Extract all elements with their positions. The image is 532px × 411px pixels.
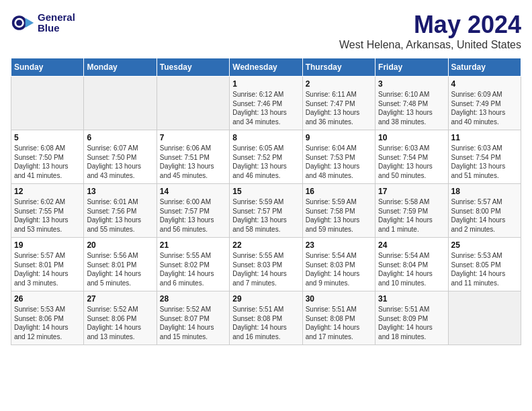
header-cell-wednesday: Wednesday [230,58,302,77]
day-number: 21 [160,240,226,250]
day-info: Sunrise: 6:00 AM Sunset: 7:57 PM Dayligh… [160,197,226,234]
day-number: 14 [160,187,226,196]
week-row-2: 5Sunrise: 6:08 AM Sunset: 7:50 PM Daylig… [11,130,521,184]
header-cell-monday: Monday [84,58,157,77]
day-info: Sunrise: 5:55 AM Sunset: 8:03 PM Dayligh… [232,251,299,287]
day-number: 1 [232,79,299,89]
title-block: May 2024 West Helena, Arkansas, United S… [339,11,521,51]
day-info: Sunrise: 5:54 AM Sunset: 8:04 PM Dayligh… [378,251,445,287]
day-info: Sunrise: 6:08 AM Sunset: 7:50 PM Dayligh… [14,144,81,180]
day-cell: 29Sunrise: 5:51 AM Sunset: 8:08 PM Dayli… [230,291,302,345]
svg-marker-3 [26,18,34,28]
day-cell: 16Sunrise: 5:59 AM Sunset: 7:58 PM Dayli… [302,184,375,238]
day-info: Sunrise: 5:52 AM Sunset: 8:06 PM Dayligh… [87,305,153,341]
day-cell: 21Sunrise: 5:55 AM Sunset: 8:02 PM Dayli… [157,238,229,291]
day-number: 7 [160,133,226,142]
day-cell [84,77,157,130]
day-info: Sunrise: 6:05 AM Sunset: 7:52 PM Dayligh… [232,144,299,180]
day-cell: 8Sunrise: 6:05 AM Sunset: 7:52 PM Daylig… [230,130,302,184]
day-cell: 26Sunrise: 5:53 AM Sunset: 8:06 PM Dayli… [11,291,84,345]
day-number: 5 [14,133,81,142]
day-number: 27 [87,294,153,304]
day-number: 31 [378,294,445,304]
day-info: Sunrise: 5:52 AM Sunset: 8:07 PM Dayligh… [160,305,226,341]
day-info: Sunrise: 6:10 AM Sunset: 7:48 PM Dayligh… [378,90,445,126]
logo-line1: General [38,12,75,24]
day-cell: 23Sunrise: 5:54 AM Sunset: 8:03 PM Dayli… [302,238,375,291]
day-info: Sunrise: 5:57 AM Sunset: 8:01 PM Dayligh… [14,251,81,287]
day-cell: 30Sunrise: 5:51 AM Sunset: 8:08 PM Dayli… [302,291,375,345]
day-cell: 24Sunrise: 5:54 AM Sunset: 8:04 PM Dayli… [375,238,448,291]
day-cell: 9Sunrise: 6:04 AM Sunset: 7:53 PM Daylig… [302,130,375,184]
day-number: 16 [306,187,372,196]
day-cell: 27Sunrise: 5:52 AM Sunset: 8:06 PM Dayli… [84,291,157,345]
day-cell: 3Sunrise: 6:10 AM Sunset: 7:48 PM Daylig… [375,77,448,130]
day-info: Sunrise: 6:09 AM Sunset: 7:49 PM Dayligh… [451,90,518,126]
logo: General Blue [11,11,75,35]
day-number: 13 [87,187,153,196]
day-number: 4 [451,79,518,89]
svg-point-2 [16,20,22,26]
week-row-4: 19Sunrise: 5:57 AM Sunset: 8:01 PM Dayli… [11,238,521,291]
day-cell: 13Sunrise: 6:01 AM Sunset: 7:56 PM Dayli… [84,184,157,238]
day-number: 22 [232,240,299,250]
header-row: SundayMondayTuesdayWednesdayThursdayFrid… [11,58,521,77]
day-number: 8 [232,133,299,142]
day-number: 24 [378,240,445,250]
day-info: Sunrise: 5:57 AM Sunset: 8:00 PM Dayligh… [451,197,518,234]
calendar-table: SundayMondayTuesdayWednesdayThursdayFrid… [11,58,521,345]
day-cell: 19Sunrise: 5:57 AM Sunset: 8:01 PM Dayli… [11,238,84,291]
week-row-1: 1Sunrise: 6:12 AM Sunset: 7:46 PM Daylig… [11,77,521,130]
day-number: 11 [451,133,518,142]
day-cell [157,77,229,130]
day-cell [448,291,521,345]
day-number: 3 [378,79,445,89]
day-number: 2 [306,79,372,89]
week-row-3: 12Sunrise: 6:02 AM Sunset: 7:55 PM Dayli… [11,184,521,238]
logo-line2: Blue [38,23,75,34]
day-info: Sunrise: 6:11 AM Sunset: 7:47 PM Dayligh… [306,90,372,126]
day-cell: 2Sunrise: 6:11 AM Sunset: 7:47 PM Daylig… [302,77,375,130]
day-cell: 10Sunrise: 6:03 AM Sunset: 7:54 PM Dayli… [375,130,448,184]
day-number: 23 [306,240,372,250]
day-number: 9 [306,133,372,142]
day-cell: 15Sunrise: 5:59 AM Sunset: 7:57 PM Dayli… [230,184,302,238]
day-info: Sunrise: 5:53 AM Sunset: 8:06 PM Dayligh… [14,305,81,341]
day-info: Sunrise: 5:59 AM Sunset: 7:58 PM Dayligh… [306,197,372,234]
page-header: General Blue May 2024 West Helena, Arkan… [11,11,521,51]
day-number: 25 [451,240,518,250]
day-cell: 6Sunrise: 6:07 AM Sunset: 7:50 PM Daylig… [84,130,157,184]
day-number: 30 [306,294,372,304]
day-cell: 1Sunrise: 6:12 AM Sunset: 7:46 PM Daylig… [230,77,302,130]
day-info: Sunrise: 5:51 AM Sunset: 8:08 PM Dayligh… [306,305,372,341]
header-cell-sunday: Sunday [11,58,84,77]
day-cell: 28Sunrise: 5:52 AM Sunset: 8:07 PM Dayli… [157,291,229,345]
day-cell: 7Sunrise: 6:06 AM Sunset: 7:51 PM Daylig… [157,130,229,184]
day-info: Sunrise: 6:06 AM Sunset: 7:51 PM Dayligh… [160,144,226,180]
logo-icon [11,11,35,35]
day-info: Sunrise: 5:53 AM Sunset: 8:05 PM Dayligh… [451,251,518,287]
day-number: 29 [232,294,299,304]
day-cell: 4Sunrise: 6:09 AM Sunset: 7:49 PM Daylig… [448,77,521,130]
day-info: Sunrise: 5:58 AM Sunset: 7:59 PM Dayligh… [378,197,445,234]
day-number: 12 [14,187,81,196]
header-cell-thursday: Thursday [302,58,375,77]
day-info: Sunrise: 6:03 AM Sunset: 7:54 PM Dayligh… [378,144,445,180]
logo-text: General Blue [38,12,75,34]
day-info: Sunrise: 6:07 AM Sunset: 7:50 PM Dayligh… [87,144,153,180]
header-cell-saturday: Saturday [448,58,521,77]
day-info: Sunrise: 6:12 AM Sunset: 7:46 PM Dayligh… [232,90,299,126]
day-cell: 18Sunrise: 5:57 AM Sunset: 8:00 PM Dayli… [448,184,521,238]
calendar-subtitle: West Helena, Arkansas, United States [339,39,521,51]
day-info: Sunrise: 6:04 AM Sunset: 7:53 PM Dayligh… [306,144,372,180]
day-cell: 12Sunrise: 6:02 AM Sunset: 7:55 PM Dayli… [11,184,84,238]
day-cell: 31Sunrise: 5:51 AM Sunset: 8:09 PM Dayli… [375,291,448,345]
day-cell: 11Sunrise: 6:03 AM Sunset: 7:54 PM Dayli… [448,130,521,184]
day-cell: 14Sunrise: 6:00 AM Sunset: 7:57 PM Dayli… [157,184,229,238]
day-info: Sunrise: 5:59 AM Sunset: 7:57 PM Dayligh… [232,197,299,234]
header-cell-friday: Friday [375,58,448,77]
day-cell: 20Sunrise: 5:56 AM Sunset: 8:01 PM Dayli… [84,238,157,291]
day-info: Sunrise: 6:02 AM Sunset: 7:55 PM Dayligh… [14,197,81,234]
day-number: 6 [87,133,153,142]
day-cell: 25Sunrise: 5:53 AM Sunset: 8:05 PM Dayli… [448,238,521,291]
